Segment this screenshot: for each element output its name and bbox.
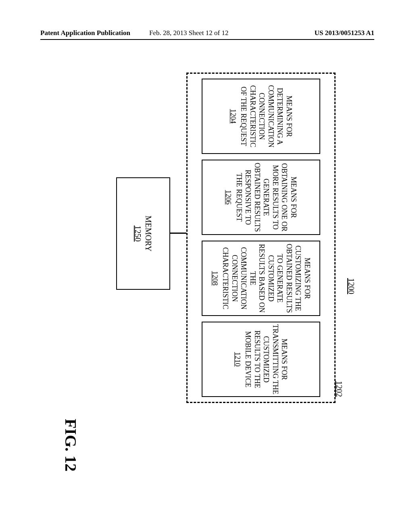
memory-ref: 1250 — [133, 226, 143, 242]
block-1206-text: MEANS FOR OBTAINING ONE OR MORE RESULTS … — [235, 162, 298, 233]
block-1208: MEANS FOR CUSTOMIZING THE OBTAINED RESUL… — [202, 241, 320, 316]
blocks-row: MEANS FOR DETERMINING A COMMUNICATION CO… — [202, 79, 320, 397]
block-1204-text: MEANS FOR DETERMINING A COMMUNICATION CO… — [239, 81, 294, 152]
container-1202: MEANS FOR DETERMINING A COMMUNICATION CO… — [186, 73, 336, 403]
block-1206-ref: 1206 — [224, 190, 233, 205]
block-memory: MEMORY 1250 — [116, 177, 170, 290]
block-1204: MEANS FOR DETERMINING A COMMUNICATION CO… — [202, 79, 320, 154]
header-right: US 2013/0051253 A1 — [315, 29, 374, 37]
connector-line — [170, 233, 186, 234]
block-1210-ref: 1210 — [233, 352, 242, 367]
page: Patent Application Publication Feb. 28, … — [0, 0, 413, 532]
block-1208-ref: 1208 — [210, 271, 219, 286]
ref-1200: 1200 — [346, 278, 356, 294]
ref-1202: 1202 — [334, 381, 344, 397]
memory-label: MEMORY — [143, 216, 154, 251]
block-1204-ref: 1204 — [228, 109, 238, 124]
figure-canvas: 1200 1202 MEANS FOR DETERMINING A COMMUN… — [45, 60, 356, 472]
header-rule — [40, 39, 374, 40]
block-1210-text: MEANS FOR TRANSMITTING THE CUSTOMIZED RE… — [244, 324, 289, 395]
block-1206: MEANS FOR OBTAINING ONE OR MORE RESULTS … — [202, 160, 320, 235]
block-1208-text: MEANS FOR CUSTOMIZING THE OBTAINED RESUL… — [221, 243, 312, 314]
figure-label: FIG. 12 — [61, 419, 80, 472]
header-center: Feb. 28, 2013 Sheet 12 of 12 — [149, 29, 228, 37]
figure-rotated-wrapper: 1200 1202 MEANS FOR DETERMINING A COMMUN… — [45, 60, 356, 472]
block-1210: MEANS FOR TRANSMITTING THE CUSTOMIZED RE… — [202, 322, 320, 397]
header-left: Patent Application Publication — [40, 29, 130, 37]
